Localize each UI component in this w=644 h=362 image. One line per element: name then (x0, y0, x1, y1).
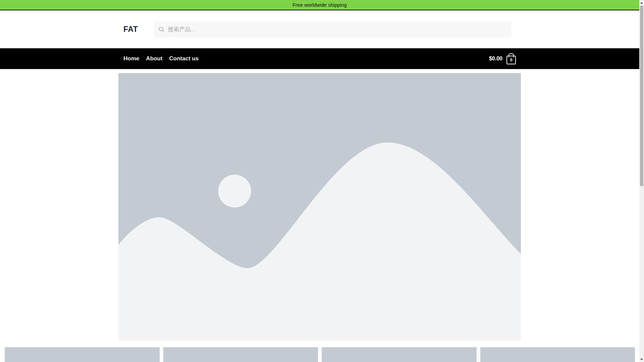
scrollbar[interactable] (639, 0, 644, 362)
placeholder-sun-shape (218, 175, 251, 207)
nav-link-contact-us[interactable]: Contact us (169, 55, 199, 62)
gallery-row (5, 347, 635, 362)
nav-menu: Home About Contact us (123, 55, 199, 62)
gallery-thumbnail[interactable] (5, 347, 160, 362)
cart-link[interactable]: $0.00 0 (489, 53, 516, 64)
site-logo[interactable]: FAT (123, 25, 138, 34)
product-image-placeholder[interactable] (118, 73, 521, 341)
cart-total: $0.00 (489, 56, 502, 62)
gallery-thumbnail[interactable] (322, 347, 477, 362)
shopping-bag-icon: 0 (506, 56, 516, 64)
gallery-thumbnail[interactable] (480, 347, 635, 362)
scroll-up-icon[interactable] (639, 0, 644, 5)
search-input[interactable] (168, 26, 507, 33)
placeholder-image-graphic (118, 73, 521, 341)
gallery-thumbnail[interactable] (163, 347, 318, 362)
site-header: FAT (0, 10, 639, 48)
search-icon (159, 26, 164, 32)
scrollbar-thumb[interactable] (640, 6, 643, 186)
search-form (154, 21, 512, 38)
cart-count: 0 (510, 58, 512, 62)
store-notice-banner: Free worldwide shipping (0, 0, 639, 10)
nav-link-about[interactable]: About (146, 55, 162, 62)
scroll-down-icon[interactable] (639, 357, 644, 362)
nav-link-home[interactable]: Home (123, 55, 139, 62)
primary-nav: Home About Contact us $0.00 0 (0, 48, 639, 69)
store-notice-text: Free worldwide shipping (292, 2, 347, 8)
main-content (0, 73, 639, 362)
